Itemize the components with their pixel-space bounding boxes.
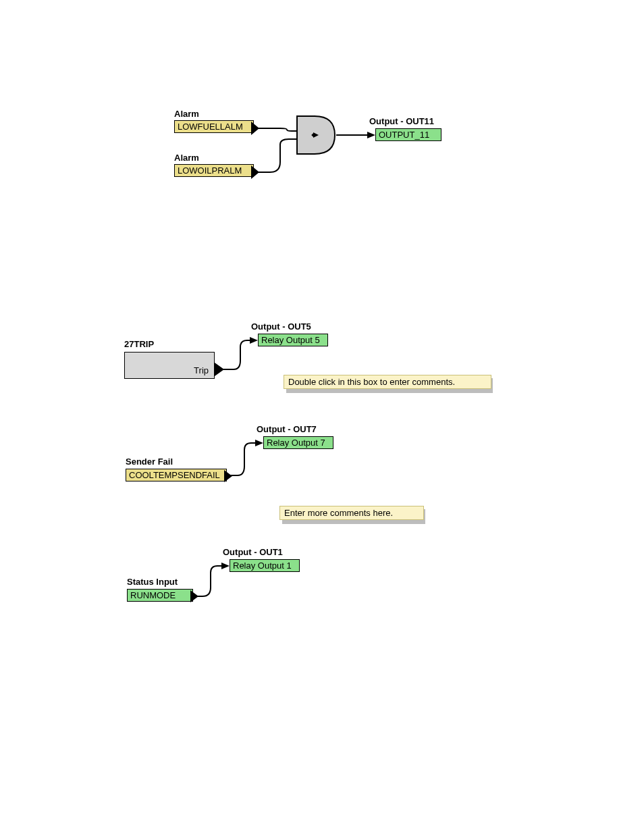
alarm1-port-triangle bbox=[251, 122, 259, 135]
diagram-page: Alarm LOWFUELLALM Alarm LOWOILPRALM Outp… bbox=[0, 0, 644, 834]
d3-input-node-label: COOLTEMPSENDFAIL bbox=[129, 470, 220, 480]
d2-output-node-label: Relay Output 5 bbox=[261, 335, 320, 345]
alarm2-port-triangle bbox=[251, 165, 259, 179]
alarm1-node[interactable]: LOWFUELLALM bbox=[174, 120, 254, 133]
svg-marker-1 bbox=[250, 337, 258, 344]
d3-input-node[interactable]: COOLTEMPSENDFAIL bbox=[126, 469, 227, 481]
d2-trip-block[interactable]: Trip bbox=[124, 352, 215, 379]
d3-output-node-label: Relay Output 7 bbox=[267, 438, 325, 448]
d4-output-node-label: Relay Output 1 bbox=[233, 561, 292, 571]
d4-port-triangle bbox=[190, 590, 198, 602]
d2-trip-port-label: Trip bbox=[194, 365, 209, 375]
d3-output-node[interactable]: Relay Output 7 bbox=[263, 436, 333, 449]
d1-output-node[interactable]: OUTPUT_11 bbox=[375, 128, 441, 141]
d1-output-title: Output - OUT11 bbox=[369, 116, 434, 126]
d4-output-title: Output - OUT1 bbox=[223, 547, 283, 557]
d2-comment-text: Double click in this box to enter commen… bbox=[288, 377, 455, 387]
logic-gate[interactable] bbox=[296, 115, 338, 157]
d4-output-node[interactable]: Relay Output 1 bbox=[230, 559, 300, 572]
d3-comment-box[interactable]: Enter more comments here. bbox=[279, 506, 424, 520]
alarm2-node-label: LOWOILPRALM bbox=[178, 165, 242, 176]
d2-output-node[interactable]: Relay Output 5 bbox=[258, 334, 328, 346]
d1-output-node-label: OUTPUT_11 bbox=[379, 130, 429, 140]
d2-comment-box[interactable]: Double click in this box to enter commen… bbox=[284, 375, 491, 389]
svg-marker-3 bbox=[221, 563, 230, 569]
d2-trip-port-triangle bbox=[215, 363, 224, 376]
d4-input-node-label: RUNMODE bbox=[130, 590, 176, 600]
svg-marker-0 bbox=[367, 132, 375, 138]
svg-marker-2 bbox=[255, 440, 263, 446]
alarm2-node[interactable]: LOWOILPRALM bbox=[174, 164, 254, 177]
d4-input-title: Status Input bbox=[127, 577, 178, 587]
d2-output-title: Output - OUT5 bbox=[251, 321, 311, 332]
d2-block-title: 27TRIP bbox=[124, 339, 154, 349]
alarm2-title: Alarm bbox=[174, 153, 199, 163]
alarm1-node-label: LOWFUELLALM bbox=[178, 122, 243, 132]
d4-input-node[interactable]: RUNMODE bbox=[127, 589, 193, 602]
alarm1-title: Alarm bbox=[174, 109, 199, 119]
d3-port-triangle bbox=[224, 470, 232, 482]
d3-input-title: Sender Fail bbox=[126, 457, 173, 467]
d3-output-title: Output - OUT7 bbox=[257, 424, 317, 434]
d3-comment-text: Enter more comments here. bbox=[284, 508, 393, 518]
